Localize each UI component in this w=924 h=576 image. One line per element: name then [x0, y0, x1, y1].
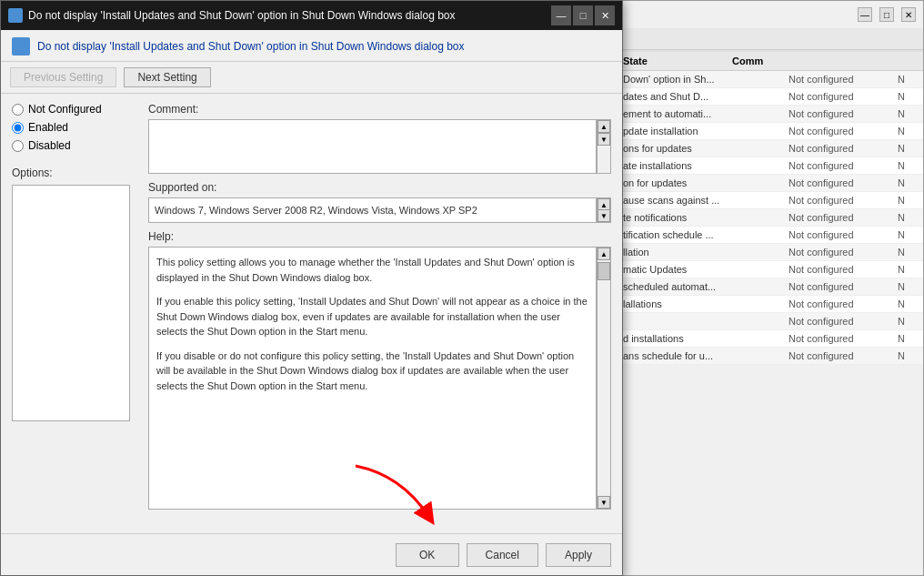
bg-table-row: ans schedule for u... Not configured N — [616, 348, 923, 365]
disabled-input[interactable] — [12, 140, 24, 152]
bg-row-state: Not configured — [788, 195, 898, 206]
bg-row-state: Not configured — [788, 108, 898, 119]
apply-button[interactable]: Apply — [546, 543, 611, 567]
comment-wrapper: ▲ ▼ — [148, 119, 611, 174]
options-label: Options: — [12, 167, 139, 179]
bg-row-name — [623, 316, 788, 327]
bg-table-row: ement to automati... Not configured N — [616, 106, 923, 123]
bg-row-state: Not configured — [788, 229, 898, 240]
bg-window-header: — □ ✕ — [616, 1, 923, 28]
bg-row-name: ement to automati... — [623, 108, 788, 119]
comment-column-header: Comm — [732, 56, 916, 66]
comment-label: Comment: — [148, 103, 611, 116]
bg-row-name: scheduled automat... — [623, 281, 788, 292]
bg-row-state: Not configured — [788, 298, 898, 309]
bg-row-comm: N — [898, 350, 916, 361]
not-configured-input[interactable] — [12, 104, 24, 116]
disabled-radio[interactable]: Disabled — [12, 139, 139, 152]
bg-row-name: te notifications — [623, 212, 788, 223]
bg-table-row: lallations Not configured N — [616, 296, 923, 313]
bg-row-state: Not configured — [788, 212, 898, 223]
bg-minimize-btn[interactable]: — — [858, 7, 872, 22]
bg-row-state: Not configured — [788, 281, 898, 292]
bg-row-name: Down' option in Sh... — [623, 74, 788, 85]
bg-row-comm: N — [898, 281, 916, 292]
previous-setting-button[interactable]: Previous Setting — [10, 67, 116, 87]
bg-row-state: Not configured — [788, 247, 898, 258]
dialog-header: Do not display 'Install Updates and Shut… — [1, 30, 622, 62]
supported-scrollbar[interactable]: ▲ ▼ — [597, 197, 611, 223]
dialog-content: Not Configured Enabled Disabled Options: — [1, 94, 622, 519]
help-scrollbar[interactable]: ▲ ▼ — [597, 247, 611, 510]
bg-table-row: ause scans against ... Not configured N — [616, 192, 923, 209]
bg-row-comm: N — [898, 143, 916, 154]
next-setting-button[interactable]: Next Setting — [124, 67, 210, 87]
help-section: Help: This policy setting allows you to … — [148, 230, 611, 510]
restore-button[interactable]: □ — [573, 5, 593, 25]
bg-row-state: Not configured — [788, 350, 898, 361]
bg-row-name: matic Updates — [623, 264, 788, 275]
bg-restore-btn[interactable]: □ — [879, 7, 894, 22]
ok-button[interactable]: OK — [396, 543, 459, 567]
bg-table-header: State Comm — [616, 52, 923, 71]
help-wrapper: This policy setting allows you to manage… — [148, 247, 611, 510]
bg-table-row: scheduled automat... Not configured N — [616, 278, 923, 296]
bg-row-comm: N — [898, 160, 916, 171]
bg-table-row: Not configured N — [616, 313, 923, 330]
bg-row-comm: N — [898, 316, 916, 327]
enabled-label: Enabled — [28, 121, 68, 134]
bg-row-name: dates and Shut D... — [623, 91, 788, 102]
comment-section: Comment: ▲ ▼ — [148, 103, 611, 174]
bg-row-comm: N — [898, 126, 916, 136]
enabled-input[interactable] — [12, 122, 24, 134]
cancel-button[interactable]: Cancel — [467, 543, 538, 567]
not-configured-label: Not Configured — [28, 103, 102, 116]
bg-table-row: dates and Shut D... Not configured N — [616, 88, 923, 106]
help-label: Help: — [148, 230, 611, 243]
bg-table-row: llation Not configured N — [616, 244, 923, 261]
bg-row-state: Not configured — [788, 91, 898, 102]
bg-row-comm: N — [898, 177, 916, 188]
enabled-radio[interactable]: Enabled — [12, 121, 139, 134]
not-configured-radio[interactable]: Not Configured — [12, 103, 139, 116]
help-paragraph: If you disable or do not configure this … — [156, 349, 588, 394]
bg-row-name: ans schedule for u... — [623, 350, 788, 361]
help-text: This policy setting allows you to manage… — [148, 247, 597, 510]
bg-row-comm: N — [898, 212, 916, 223]
radio-group: Not Configured Enabled Disabled — [12, 103, 139, 152]
help-paragraph: This policy setting allows you to manage… — [156, 255, 588, 285]
minimize-button[interactable]: — — [551, 5, 571, 25]
bg-row-state: Not configured — [788, 316, 898, 327]
bg-table-row: tification schedule ... Not configured N — [616, 227, 923, 244]
supported-wrapper: Windows 7, Windows Server 2008 R2, Windo… — [148, 197, 611, 223]
bg-row-name: tification schedule ... — [623, 229, 788, 240]
bg-table-rows: Down' option in Sh... Not configured N d… — [616, 71, 923, 365]
bg-row-name: llation — [623, 247, 788, 258]
left-panel: Not Configured Enabled Disabled Options: — [12, 103, 139, 510]
title-bar-text: Do not display 'Install Updates and Shut… — [28, 9, 546, 22]
close-button[interactable]: ✕ — [595, 5, 615, 25]
bg-row-state: Not configured — [788, 177, 898, 188]
bg-row-state: Not configured — [788, 264, 898, 275]
bg-table-row: te notifications Not configured N — [616, 209, 923, 227]
bg-table-row: pdate installation Not configured N — [616, 123, 923, 140]
supported-label: Supported on: — [148, 181, 611, 194]
bg-table-row: d installations Not configured N — [616, 330, 923, 348]
bg-row-comm: N — [898, 247, 916, 258]
comment-scrollbar[interactable]: ▲ ▼ — [597, 119, 611, 174]
bg-row-name: d installations — [623, 333, 788, 344]
bg-row-name: ate installations — [623, 160, 788, 171]
bg-row-name: ause scans against ... — [623, 195, 788, 206]
help-paragraph: If you enable this policy setting, 'Inst… — [156, 294, 588, 339]
policy-dialog: Do not display 'Install Updates and Shut… — [0, 0, 623, 576]
bg-table-row: Down' option in Sh... Not configured N — [616, 71, 923, 88]
dialog-footer: OK Cancel Apply — [1, 533, 622, 575]
bg-row-name: lallations — [623, 298, 788, 309]
bg-row-state: Not configured — [788, 160, 898, 171]
background-window: — □ ✕ State Comm Down' option in Sh... N… — [615, 0, 924, 576]
dialog-header-title: Do not display 'Install Updates and Shut… — [37, 40, 465, 53]
supported-text: Windows 7, Windows Server 2008 R2, Windo… — [148, 197, 597, 223]
comment-input[interactable] — [148, 119, 597, 174]
title-bar-controls: — □ ✕ — [551, 5, 615, 25]
bg-close-btn[interactable]: ✕ — [901, 7, 916, 22]
